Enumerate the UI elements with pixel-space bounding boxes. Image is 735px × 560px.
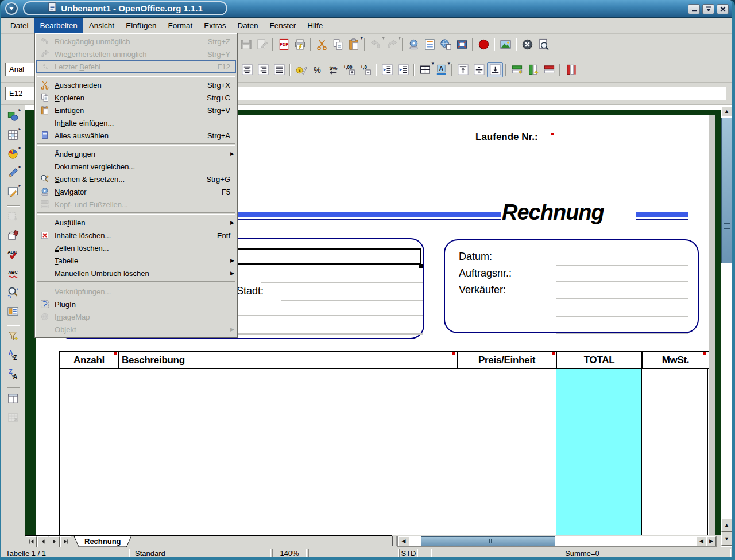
draw-functions-icon[interactable] [5,165,21,181]
column-total[interactable] [556,369,642,535]
hyperlink-icon[interactable] [438,37,454,52]
align-top-icon[interactable] [455,62,471,77]
percent-icon[interactable]: % [309,62,325,77]
record-icon[interactable] [475,37,492,52]
menu-bearbeiten[interactable]: Bearbeiten [34,18,83,33]
insert-cells-icon[interactable] [5,127,21,143]
paintbrush-icon[interactable] [5,228,21,243]
align-bottom-icon[interactable] [487,62,503,77]
maximize-button[interactable] [702,4,714,14]
scroll-up-button[interactable]: ▲ [721,106,732,116]
menu-item-navigator[interactable]: NavigatorF5 [36,185,236,198]
zoom-icon[interactable] [454,37,470,52]
column-mwst[interactable] [642,369,708,535]
split-window-icon[interactable] [5,391,21,406]
menu-item-suchen-ersetzen[interactable]: Suchen & Ersetzen...Strg+G [36,173,236,185]
tab-scrollbar-splitter[interactable] [392,536,397,546]
menu-item-einfugen[interactable]: EinfügenStrg+V [36,104,236,116]
horizontal-scrollbar[interactable]: ◀ ◀ ▶ [397,536,717,547]
scroll-step-down-button[interactable]: ▼ [721,532,732,546]
form-controls-icon[interactable] [5,184,21,200]
menu-datei[interactable]: Datei [5,18,34,33]
align-center-icon[interactable] [239,62,255,77]
header-beschreibung[interactable]: Beschreibung [119,352,458,368]
menu-ansicht[interactable]: Ansicht [83,18,120,33]
add-decimal-icon[interactable]: +,00 [341,62,357,77]
find-icon[interactable] [5,285,21,300]
stylist-icon[interactable] [421,37,438,52]
auto-spellcheck-icon[interactable]: ABC [5,266,21,281]
menu-format[interactable]: Format [162,18,198,33]
column-preis-einheit[interactable] [457,369,556,535]
column-anzahl[interactable] [60,369,118,535]
close-button[interactable] [717,4,729,14]
vertical-scrollbar[interactable]: ▲ ▲ ▼ [721,105,732,547]
status-zoom[interactable]: 140% [272,549,307,558]
data-sources-icon[interactable] [5,304,21,319]
gallery-icon[interactable] [497,37,513,52]
menu-fenster[interactable]: Fenster [264,18,302,33]
scroll-step-left-button[interactable]: ◀ [697,536,706,546]
scroll-left-button[interactable]: ◀ [398,536,409,546]
menu-item-plugin[interactable]: PlugIn [36,298,236,310]
navigator-icon[interactable] [405,37,421,52]
standard-format-icon[interactable]: $% [325,62,341,77]
menu-item-alles-auswahlen[interactable]: Alles auswählenStrg+A [36,129,236,142]
menu-item-zellen-loschen[interactable]: Zellen löschen... [36,242,236,254]
background-color-icon[interactable]: A [433,62,449,77]
sort-ascending-icon[interactable]: AZ [5,347,21,363]
filter-icon[interactable] [5,328,21,344]
scroll-step-right-button[interactable]: ▶ [706,536,716,546]
stop-icon[interactable] [519,37,535,52]
align-vcenter-icon[interactable] [471,62,487,77]
header-mwst[interactable]: MwSt. [643,352,709,368]
copy-icon[interactable] [330,37,346,52]
header-anzahl[interactable]: Anzahl [60,352,119,368]
menu-daten[interactable]: Daten [232,18,264,33]
remove-decimal-icon[interactable]: +,0 [357,62,373,77]
export-pdf-icon[interactable]: PDF [276,37,292,52]
menu-item-inhalte-einfugen[interactable]: Inhalte einfügen... [36,116,236,129]
window-menu-button[interactable] [5,2,18,15]
menu-item-tabelle[interactable]: Tabelle▶ [36,254,236,267]
selection-handle[interactable] [419,264,423,268]
cut-icon[interactable] [314,37,330,52]
delete-column-icon[interactable] [563,62,579,77]
menu-item-kopieren[interactable]: KopierenStrg+C [36,91,236,104]
align-justify-icon[interactable] [271,62,287,77]
first-sheet-button[interactable] [26,536,37,547]
horizontal-scroll-thumb[interactable] [421,536,555,546]
menu-item-ausfullen[interactable]: Ausfüllen▶ [36,216,236,229]
menu-einfugen[interactable]: Einfügen [120,18,162,33]
status-sum[interactable]: Summe=0 [434,549,731,558]
decrease-indent-icon[interactable] [379,62,395,77]
menu-item-manuellen-umbruch-loschen[interactable]: Manuellen Umbruch löschen▶ [36,267,236,279]
menu-item-inhalte-loschen[interactable]: Inhalte löschen...Entf [36,229,236,242]
column-beschreibung[interactable] [118,369,457,535]
sheet-tab-rechnung[interactable]: Rechnung [74,536,132,547]
align-right-icon[interactable] [255,62,271,77]
insert-column-icon[interactable] [525,62,541,77]
menu-item-ausschneiden[interactable]: AusschneidenStrg+X [36,79,236,91]
header-preis-einheit[interactable]: Preis/Einheit [458,352,557,368]
print-file-direct-icon[interactable] [292,37,308,52]
borders-icon[interactable] [417,62,433,77]
insert-row-icon[interactable] [509,62,525,77]
previous-sheet-button[interactable] [37,536,48,547]
spellcheck-icon[interactable]: ABC [5,247,21,262]
menu-extras[interactable]: Extras [198,18,231,33]
scroll-step-up-button[interactable]: ▲ [721,518,732,532]
menu-item-anderungen[interactable]: Änderungen▶ [36,147,236,160]
status-insert-mode[interactable]: STD [399,549,418,558]
menu-hilfe[interactable]: Hilfe [301,18,328,33]
vertical-scroll-thumb[interactable] [721,118,732,263]
last-sheet-button[interactable] [60,536,71,547]
delete-row-icon[interactable] [541,62,557,77]
insert-chart-icon[interactable] [5,146,21,162]
header-total[interactable]: TOTAL [557,352,643,368]
page-preview-icon[interactable] [535,37,551,52]
minimize-button[interactable] [688,4,700,14]
increase-indent-icon[interactable] [395,62,411,77]
currency-icon[interactable]: $ [293,62,309,77]
sort-descending-icon[interactable]: ZA [5,366,21,382]
